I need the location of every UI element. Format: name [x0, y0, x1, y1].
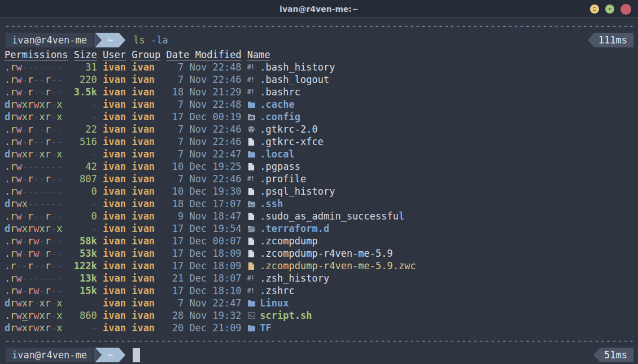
file-name: .psql_history [260, 186, 335, 197]
group: ivan [132, 161, 160, 172]
file-name: script.sh [260, 310, 312, 321]
permissions: .rw-r--r-- [5, 210, 68, 222]
column-header: Size [74, 49, 97, 60]
folder-config-icon [247, 113, 260, 121]
date-modified: 10 Dec 19:30 [167, 186, 242, 197]
name-cell: .gtkrc-2.0 [247, 124, 633, 135]
date-modified: 7 Nov 22:48 [167, 99, 242, 110]
permissions: .rw-rw-r-- [5, 248, 68, 259]
file-name: .gtkrc-xfce [260, 136, 324, 147]
group: ivan [132, 210, 160, 222]
name-cell: #!.bash_history [247, 62, 633, 73]
name-cell: #!.zsh_history [247, 273, 633, 284]
duration-badge-bottom: 51ms [593, 348, 633, 362]
user: ivan [103, 161, 126, 172]
file-row: .rw-------42ivanivan10 Dec 19:25.pgpass [5, 160, 633, 173]
date-modified: 17 Dec 18:09 [167, 260, 242, 271]
name-cell: .config [247, 111, 633, 122]
terminal-window: ivan@r4ven-me:~ ------------------------… [0, 0, 638, 364]
prompt-line-bottom[interactable]: ivan@r4ven-me ~ 51ms [6, 347, 633, 363]
maximize-icon [609, 8, 611, 10]
file-name: .ssh [260, 198, 283, 209]
titlebar[interactable]: ivan@r4ven-me:~ [0, 0, 638, 18]
file-row: drwxr-xr-x-ivanivan7 Nov 22:47.local [5, 148, 633, 160]
terminal-screen[interactable]: ----------------------------------------… [0, 18, 638, 364]
command-name: ls [133, 34, 145, 46]
permissions: .rwxrwxr-x [5, 310, 68, 321]
terminal-icon [247, 312, 260, 319]
size: 53k [74, 248, 97, 259]
file-name: .terraform.d [260, 223, 329, 234]
listing-header-row: PermissionsSizeUserGroupDate ModifiedNam… [5, 49, 633, 61]
shebang-icon: #! [247, 287, 260, 295]
name-cell: .cache [247, 99, 633, 110]
maximize-button[interactable] [605, 5, 614, 14]
column-header: Name [247, 49, 633, 60]
permissions: drwxrwxr-x [5, 99, 68, 110]
date-modified: 7 Nov 22:48 [167, 62, 242, 73]
size: 860 [74, 310, 97, 321]
text-cursor[interactable] [133, 348, 140, 362]
file-name: .sudo_as_admin_successful [260, 210, 404, 222]
file-row: drwx-------ivanivan18 Dec 17:07.ssh [5, 198, 633, 210]
group: ivan [132, 111, 160, 122]
name-cell: script.sh [247, 310, 633, 321]
size: - [74, 297, 97, 309]
group: ivan [132, 173, 160, 185]
size: 15k [74, 285, 97, 296]
command-args: -la [151, 34, 168, 46]
user: ivan [103, 198, 126, 209]
file-row: .r--r--r--122kivanivan17 Dec 18:09.zcomp… [5, 260, 633, 272]
user: ivan [103, 173, 126, 185]
group: ivan [132, 186, 160, 197]
name-cell: .zcompdump-r4ven-me-5.9 [247, 248, 633, 259]
group: ivan [132, 310, 160, 321]
shebang-icon: #! [247, 88, 260, 96]
size: - [74, 198, 97, 209]
file-name: Linux [260, 297, 289, 309]
group: ivan [132, 62, 160, 73]
file-name: .bash_logout [260, 74, 329, 85]
date-modified: 17 Dec 18:09 [167, 248, 242, 259]
file-row: .rw-------0ivanivan10 Dec 19:30.psql_his… [5, 185, 633, 198]
minimize-button[interactable] [590, 5, 599, 14]
name-cell: #!.profile [247, 173, 633, 185]
file-icon [247, 262, 260, 270]
file-row: .rw-r--r--0ivanivan9 Nov 18:47.sudo_as_a… [5, 210, 633, 222]
name-cell: TF [247, 322, 633, 334]
group: ivan [132, 74, 160, 85]
file-row: .rw-rw-r--15kivanivan17 Dec 18:10#!.zshr… [5, 284, 633, 297]
group: ivan [132, 260, 160, 271]
user: ivan [103, 248, 126, 259]
size: 31 [74, 62, 97, 73]
close-button[interactable] [620, 4, 631, 15]
user: ivan [103, 124, 126, 135]
file-row: .rw-r--r--220ivanivan7 Nov 22:46#!.bash_… [5, 73, 633, 86]
file-name: .zsh_history [260, 273, 329, 284]
shebang-icon: #! [247, 175, 260, 183]
folder-icon [247, 324, 260, 332]
file-row: drwxr-xr-x-ivanivan17 Dec 00:19.config [5, 111, 633, 123]
user: ivan [103, 310, 126, 321]
file-icon [247, 187, 260, 196]
permissions: .rw------- [5, 186, 68, 197]
size: 122k [74, 260, 97, 271]
group: ivan [132, 235, 160, 247]
date-modified: 17 Dec 00:07 [167, 235, 242, 247]
file-name: .zcompdump [260, 235, 317, 247]
file-row: .rw-r--r--3.5kivanivan18 Nov 21:29#!.bas… [5, 86, 633, 98]
user: ivan [103, 186, 126, 197]
date-modified: 18 Dec 17:07 [167, 198, 242, 209]
separator-line-bottom: ----------------------------------------… [5, 334, 633, 347]
size: 3.5k [74, 86, 97, 98]
size: 0 [74, 210, 97, 222]
user: ivan [103, 322, 126, 334]
size: 0 [74, 186, 97, 197]
user: ivan [103, 74, 126, 85]
name-cell: #!.bashrc [247, 86, 633, 98]
duration-badge-top: 111ms [588, 33, 633, 47]
file-row: drwxr-xr-x-ivanivan7 Nov 22:47Linux [5, 297, 633, 309]
permissions: drwxr-xr-x [5, 111, 68, 122]
date-modified: 21 Dec 18:07 [167, 273, 242, 284]
file-row: drwxrwxr-x-ivanivan17 Dec 19:54.terrafor… [5, 222, 633, 235]
